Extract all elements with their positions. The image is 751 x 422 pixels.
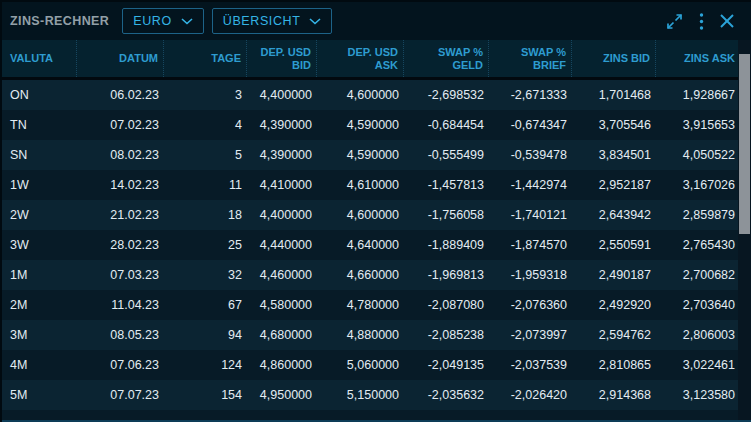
table-cell: -2,049135 xyxy=(404,350,489,380)
table-cell: 1,928667 xyxy=(656,80,740,110)
table-cell: -2,087080 xyxy=(404,290,489,320)
expand-icon[interactable] xyxy=(665,12,684,31)
table-cell: 2,810865 xyxy=(572,350,656,380)
table-cell: 2M xyxy=(2,290,77,320)
table-cell: 32 xyxy=(164,260,247,290)
table-cell: 4,410000 xyxy=(247,170,317,200)
table-cell: 3,022461 xyxy=(656,350,740,380)
table-cell: 4,590000 xyxy=(317,110,404,140)
view-dropdown[interactable]: ÜBERSICHT xyxy=(212,8,333,34)
table-cell: -1,740121 xyxy=(489,200,572,230)
table-cell: -1,442974 xyxy=(489,170,572,200)
table-cell: 2,492920 xyxy=(572,290,656,320)
vertical-scrollbar-track[interactable] xyxy=(738,40,751,422)
column-header-datum[interactable]: DATUM xyxy=(77,40,164,77)
table-row[interactable]: ON06.02.2334,4000004,600000-2,698532-2,6… xyxy=(2,80,740,110)
table-cell: 07.03.23 xyxy=(77,260,164,290)
column-header-tage[interactable]: TAGE xyxy=(164,40,247,77)
table-cell: 3,834501 xyxy=(572,140,656,170)
window-controls xyxy=(665,12,735,31)
table-cell: TN xyxy=(2,110,77,140)
table-cell: 4,780000 xyxy=(317,290,404,320)
table-cell: -1,969813 xyxy=(404,260,489,290)
table-cell: 2W xyxy=(2,200,77,230)
table-cell: 2,859879 xyxy=(656,200,740,230)
table-cell: 3 xyxy=(164,80,247,110)
table-cell: -1,874570 xyxy=(489,230,572,260)
table-cell: SN xyxy=(2,140,77,170)
table-cell: 25 xyxy=(164,230,247,260)
table-cell: 154 xyxy=(164,380,247,410)
table-cell: 28.02.23 xyxy=(77,230,164,260)
table-cell: 11 xyxy=(164,170,247,200)
table-cell: 2,914368 xyxy=(572,380,656,410)
column-header-dep-usd-ask[interactable]: DEP. USD ASK xyxy=(317,40,404,77)
table-cell: 4,680000 xyxy=(247,320,317,350)
table-cell: 4,950000 xyxy=(247,380,317,410)
table-row[interactable]: 1M07.03.23324,4600004,660000-1,969813-1,… xyxy=(2,260,740,290)
close-icon[interactable] xyxy=(719,13,735,29)
table-cell: -2,085238 xyxy=(404,320,489,350)
table-cell: 5M xyxy=(2,380,77,410)
table-cell: -0,555499 xyxy=(404,140,489,170)
table-cell: -1,457813 xyxy=(404,170,489,200)
zins-rechner-widget: ZINS-RECHNER EURO ÜBERSICHT xyxy=(0,0,751,422)
rates-table: VALUTADATUMTAGEDEP. USD BIDDEP. USD ASKS… xyxy=(2,40,740,422)
table-row[interactable]: TN07.02.2344,3900004,590000-0,684454-0,6… xyxy=(2,110,740,140)
table-cell: 2,550591 xyxy=(572,230,656,260)
table-cell: 18 xyxy=(164,200,247,230)
table-cell: -2,671333 xyxy=(489,80,572,110)
view-dropdown-value: ÜBERSICHT xyxy=(223,14,301,28)
table-cell: 2,700682 xyxy=(656,260,740,290)
table-row[interactable]: 2W21.02.23184,4000004,600000-1,756058-1,… xyxy=(2,200,740,230)
table-cell: -1,756058 xyxy=(404,200,489,230)
column-header-swap-brief[interactable]: SWAP % BRIEF xyxy=(489,40,572,77)
table-cell: 21.02.23 xyxy=(77,200,164,230)
table-cell: 4 xyxy=(164,110,247,140)
table-cell: 4,600000 xyxy=(317,80,404,110)
table-cell: -2,698532 xyxy=(404,80,489,110)
table-row[interactable]: 2M11.04.23674,5800004,780000-2,087080-2,… xyxy=(2,290,740,320)
table-cell: 124 xyxy=(164,350,247,380)
table-cell: -1,889409 xyxy=(404,230,489,260)
table-row[interactable]: 5M07.07.231544,9500005,150000-2,035632-2… xyxy=(2,380,740,410)
currency-dropdown-value: EURO xyxy=(133,14,172,28)
table-cell: 1,701468 xyxy=(572,80,656,110)
table-cell: 4,400000 xyxy=(247,200,317,230)
table-cell: 11.04.23 xyxy=(77,290,164,320)
column-header-zins-ask[interactable]: ZINS ASK xyxy=(656,40,740,77)
table-row[interactable]: SN08.02.2354,3900004,590000-0,555499-0,5… xyxy=(2,140,740,170)
table-cell: 2,594762 xyxy=(572,320,656,350)
table-cell: 4,460000 xyxy=(247,260,317,290)
table-body: ON06.02.2334,4000004,600000-2,698532-2,6… xyxy=(2,80,740,422)
table-header-row: VALUTADATUMTAGEDEP. USD BIDDEP. USD ASKS… xyxy=(2,40,740,80)
vertical-scrollbar-thumb[interactable] xyxy=(739,54,750,234)
column-header-zins-bid[interactable]: ZINS BID xyxy=(572,40,656,77)
table-cell: 4,050522 xyxy=(656,140,740,170)
table-cell: -2,076360 xyxy=(489,290,572,320)
currency-dropdown[interactable]: EURO xyxy=(122,8,204,34)
table-cell: 3,123580 xyxy=(656,380,740,410)
column-header-swap-geld[interactable]: SWAP % GELD xyxy=(404,40,489,77)
kebab-menu-icon[interactable] xyxy=(699,12,704,31)
table-row[interactable]: 3W28.02.23254,4400004,640000-1,889409-1,… xyxy=(2,230,740,260)
table-cell: 5 xyxy=(164,140,247,170)
table-row[interactable]: 3M08.05.23944,6800004,880000-2,085238-2,… xyxy=(2,320,740,350)
table-cell: -0,539478 xyxy=(489,140,572,170)
table-cell: 08.02.23 xyxy=(77,140,164,170)
column-header-valuta[interactable]: VALUTA xyxy=(2,40,77,77)
table-cell: 2,806003 xyxy=(656,320,740,350)
table-cell: 4,860000 xyxy=(247,350,317,380)
table-cell: 3,705546 xyxy=(572,110,656,140)
table-cell: 08.05.23 xyxy=(77,320,164,350)
table-row[interactable]: 4M07.06.231244,8600005,060000-2,049135-2… xyxy=(2,350,740,380)
column-header-dep-usd-bid[interactable]: DEP. USD BID xyxy=(247,40,317,77)
table-cell: 4,390000 xyxy=(247,140,317,170)
table-cell: 4,880000 xyxy=(317,320,404,350)
table-cell: 4M xyxy=(2,350,77,380)
table-cell: 3,915653 xyxy=(656,110,740,140)
table-cell: 4,390000 xyxy=(247,110,317,140)
table-cell: -0,684454 xyxy=(404,110,489,140)
table-row[interactable]: 1W14.02.23114,4100004,610000-1,457813-1,… xyxy=(2,170,740,200)
table-cell: 2,703640 xyxy=(656,290,740,320)
